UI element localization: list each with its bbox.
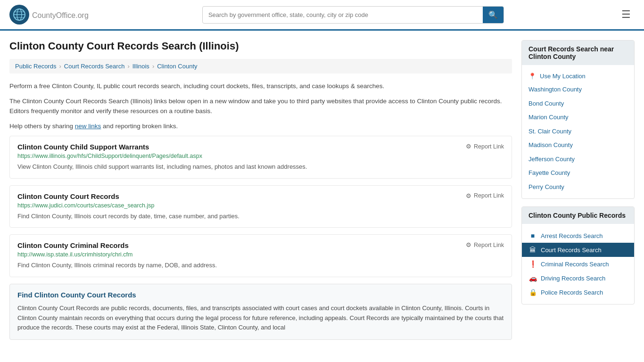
logo-suffix: .org (75, 11, 89, 19)
sidebar-record-icon-2: ❗ (528, 260, 537, 268)
description-3: Help others by sharing new links and rep… (9, 121, 512, 132)
site-header: CountyOffice.org 🔍 ☰ (0, 0, 644, 31)
sidebar: Court Records Search near Clinton County… (521, 40, 635, 340)
record-item-0: Clinton County Child Support Warrants ⚙ … (9, 136, 512, 179)
records-list: Clinton County Child Support Warrants ⚙ … (9, 136, 512, 277)
record-desc-1: Find Clinton County, Illinois court reco… (17, 212, 504, 221)
sidebar-record-label-3: Driving Records Search (541, 275, 605, 282)
record-url-1[interactable]: https://www.judici.com/courts/cases/case… (17, 202, 504, 209)
record-item-header-1: Clinton County Court Records ⚙ Report Li… (17, 192, 504, 200)
report-link-btn-2[interactable]: ⚙ Report Link (466, 241, 504, 248)
sidebar-record-icon-0: ■ (528, 232, 537, 239)
sidebar-record-icon-3: 🚗 (528, 274, 537, 282)
search-button[interactable]: 🔍 (483, 7, 504, 23)
logo-icon (9, 5, 29, 25)
record-url-2[interactable]: http://www.isp.state.il.us/crimhistory/c… (17, 251, 504, 258)
find-section: Find Clinton County Court Records Clinto… (9, 284, 512, 340)
public-record-link-3[interactable]: 🚗Driving Records Search (522, 271, 634, 285)
sidebar-record-label-0: Arrest Records Search (541, 232, 603, 239)
page-title: Clinton County Court Records Search (Ill… (9, 40, 512, 52)
report-icon-0: ⚙ (466, 143, 471, 150)
nearby-section: Court Records Search near Clinton County… (521, 40, 635, 199)
record-item-2: Clinton County Criminal Records ⚙ Report… (9, 234, 512, 277)
search-icon: 🔍 (488, 11, 498, 19)
sidebar-record-label-1: Court Records Search (541, 247, 602, 254)
nearby-county-5[interactable]: Jefferson County (522, 152, 634, 166)
nearby-county-4[interactable]: Madison County (522, 138, 634, 152)
description-2: The Clinton County Court Records Search … (9, 96, 512, 116)
find-section-body: Clinton County Court Records are public … (17, 304, 504, 333)
report-link-btn-0[interactable]: ⚙ Report Link (466, 143, 504, 150)
use-my-location-btn[interactable]: 📍 Use My Location (522, 70, 634, 82)
report-icon-2: ⚙ (466, 241, 471, 248)
public-record-link-2[interactable]: ❗Criminal Records Search (522, 257, 634, 271)
sidebar-record-icon-1: 🏛 (528, 246, 537, 254)
find-section-title: Find Clinton County Court Records (17, 291, 504, 299)
sidebar-record-label-4: Police Records Search (541, 289, 603, 296)
logo-area: CountyOffice.org (9, 5, 89, 25)
report-icon-1: ⚙ (466, 192, 471, 199)
nearby-county-7[interactable]: Perry County (522, 180, 634, 194)
menu-button[interactable]: ☰ (618, 7, 635, 23)
search-bar: 🔍 (202, 6, 504, 24)
record-title-1[interactable]: Clinton County Court Records (17, 192, 119, 200)
report-link-btn-1[interactable]: ⚙ Report Link (466, 192, 504, 199)
breadcrumb-sep-2: › (127, 63, 129, 70)
record-item-header-2: Clinton County Criminal Records ⚙ Report… (17, 241, 504, 249)
nearby-county-0[interactable]: Washington County (522, 82, 634, 97)
nearby-county-3[interactable]: St. Clair County (522, 124, 634, 139)
description-1: Perform a free Clinton County, IL public… (9, 81, 512, 91)
public-record-link-1[interactable]: 🏛Court Records Search (522, 243, 634, 257)
breadcrumb-court-records-search[interactable]: Court Records Search (64, 63, 125, 70)
breadcrumb-sep-1: › (59, 63, 61, 70)
record-desc-0: View Clinton County, Illinois child supp… (17, 162, 504, 172)
breadcrumb-clinton-county[interactable]: Clinton County (157, 63, 197, 70)
public-record-link-4[interactable]: 🔒Police Records Search (522, 285, 634, 299)
breadcrumb: Public Records › Court Records Search › … (9, 59, 512, 74)
record-url-0[interactable]: https://www.illinois.gov/hfs/ChildSuppor… (17, 153, 504, 159)
breadcrumb-sep-3: › (152, 63, 154, 70)
public-records-links: ■Arrest Records Search🏛Court Records Sea… (522, 229, 634, 299)
record-title-0[interactable]: Clinton County Child Support Warrants (17, 143, 149, 151)
record-item-1: Clinton County Court Records ⚙ Report Li… (9, 185, 512, 228)
record-title-2[interactable]: Clinton County Criminal Records (17, 241, 129, 249)
hamburger-icon: ☰ (621, 8, 631, 20)
logo-text: CountyOffice.org (32, 9, 89, 20)
record-item-header-0: Clinton County Child Support Warrants ⚙ … (17, 143, 504, 151)
new-links-link[interactable]: new links (75, 123, 101, 130)
content-area: Clinton County Court Records Search (Ill… (9, 40, 512, 340)
public-records-section-header: Clinton County Public Records (522, 207, 634, 224)
nearby-section-body: 📍 Use My Location Washington CountyBond … (522, 65, 634, 198)
nearby-counties-list: Washington CountyBond CountyMarion Count… (522, 82, 634, 194)
nearby-county-2[interactable]: Marion County (522, 110, 634, 124)
search-input[interactable] (203, 8, 483, 22)
main-container: Clinton County Court Records Search (Ill… (0, 31, 644, 340)
public-records-section: Clinton County Public Records ■Arrest Re… (521, 206, 635, 304)
pin-icon: 📍 (528, 73, 536, 80)
nearby-county-1[interactable]: Bond County (522, 97, 634, 111)
breadcrumb-public-records[interactable]: Public Records (15, 63, 56, 70)
sidebar-record-icon-4: 🔒 (528, 288, 537, 296)
breadcrumb-illinois[interactable]: Illinois (132, 63, 149, 70)
nearby-county-6[interactable]: Fayette County (522, 166, 634, 180)
record-desc-2: Find Clinton County, Illinois criminal r… (17, 261, 504, 270)
nearby-section-header: Court Records Search near Clinton County (522, 41, 634, 65)
public-records-links-body: ■Arrest Records Search🏛Court Records Sea… (522, 224, 634, 304)
public-record-link-0[interactable]: ■Arrest Records Search (522, 229, 634, 243)
sidebar-record-label-2: Criminal Records Search (541, 261, 609, 268)
